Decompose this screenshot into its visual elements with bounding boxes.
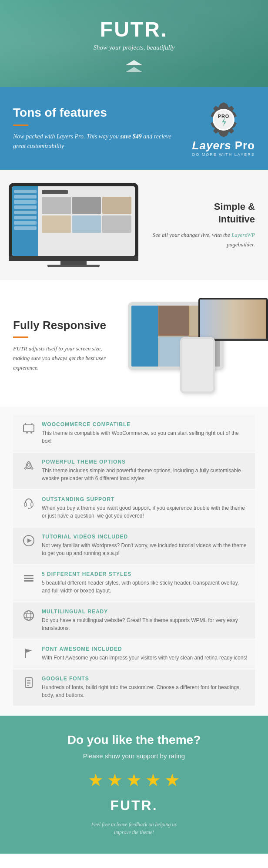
feature-title-support: OUTSTANDING SUPPORT [42, 496, 248, 502]
laptop-foot [47, 265, 100, 267]
stars-row: ★ ★ ★ ★ ★ [13, 770, 255, 791]
feature-title-font-awesome: FONT AWESOME INCLUDED [42, 646, 248, 652]
play-icon-wrap [20, 534, 37, 548]
layers-pro-title: Layers Pro [192, 139, 255, 151]
feature-content-woocommerce: WOOCOMMERCE COMPATIBLE This theme is com… [37, 421, 248, 445]
cart-icon [23, 422, 35, 434]
features-right: PRO Layers Pro DO MORE WITH LAYERS [192, 100, 255, 157]
feature-title-google-fonts: GOOGLE FONTS [42, 676, 248, 682]
laptop-screen [12, 186, 135, 256]
feature-desc-multilingual: Do you have a multilingual website? Grea… [42, 616, 248, 632]
simple-intuitive-desc: See all your changes live, with the Laye… [147, 230, 255, 249]
laptop-frame-2 [198, 298, 268, 341]
responsive-heading: Fully Responsive [13, 319, 106, 332]
globe-icon [23, 609, 35, 622]
features-divider [13, 124, 28, 126]
phone-frame [180, 337, 215, 394]
svg-rect-19 [24, 575, 34, 576]
feature-desc-tutorials: Not very familiar with Wordpress? Don't … [42, 542, 248, 557]
svg-text:PRO: PRO [218, 114, 229, 119]
responsive-divider [13, 336, 28, 338]
layerswp-link[interactable]: LayersWP [231, 232, 255, 238]
cta-section: Do you like the theme? Please show your … [0, 716, 268, 854]
features-section: Tons of features Now packed with Layers … [0, 87, 268, 170]
features-description: Now packed with Layers Pro. This way you… [13, 132, 184, 151]
laptop-screen-2 [200, 299, 266, 339]
flag-icon [23, 647, 35, 659]
laptop-frame [9, 183, 138, 256]
feature-content-font-awesome: FONT AWESOME INCLUDED With Font Awesome … [37, 646, 248, 662]
lines-icon [23, 572, 35, 584]
svg-point-13 [27, 464, 30, 466]
feature-desc-font-awesome: With Font Awesome you can impress your v… [42, 654, 248, 662]
laptop-mockup [9, 183, 138, 267]
simple-intuitive-heading: Simple &Intuitive [147, 201, 255, 225]
feature-desc-theme-options: This theme includes simple and powerful … [42, 467, 248, 482]
star-3: ★ [126, 770, 142, 791]
feature-desc-headers: 5 beautiful different header styles, wit… [42, 579, 248, 595]
svg-rect-21 [24, 580, 34, 582]
feature-title-theme-options: POWERFUL THEME OPTIONS [42, 459, 248, 465]
feature-item-tutorials: TUTORIAL VIDEOS INCLUDED Not very famili… [13, 528, 255, 564]
simple-intuitive: Simple &Intuitive See all your changes l… [147, 201, 259, 249]
doc-icon [23, 676, 35, 689]
responsive-left: Fully Responsive FUTR adjusts itself to … [13, 319, 111, 373]
feature-content-support: OUTSTANDING SUPPORT When you buy a theme… [37, 496, 248, 520]
responsive-section: Fully Responsive FUTR adjusts itself to … [0, 285, 268, 407]
layers-pro-gear-icon: PRO [204, 100, 243, 139]
feature-title-multilingual: MULTILINGUAL READY [42, 609, 248, 615]
star-5: ★ [164, 770, 180, 791]
feature-item-support: OUTSTANDING SUPPORT When you buy a theme… [13, 490, 255, 526]
svg-rect-14 [24, 503, 27, 506]
star-1: ★ [88, 770, 104, 791]
star-2: ★ [107, 770, 123, 791]
layers-pro-logo: PRO Layers Pro DO MORE WITH LAYERS [192, 100, 255, 157]
headset-icon-wrap [20, 496, 37, 511]
hero-section: FUTR. Show your projects, beautifully [0, 0, 268, 87]
devices-mockup [119, 298, 259, 394]
feature-title-woocommerce: WOOCOMMERCE COMPATIBLE [42, 421, 248, 427]
feature-desc-woocommerce: This theme is compatible with WooCommerc… [42, 429, 248, 445]
feature-content-theme-options: POWERFUL THEME OPTIONS This theme includ… [37, 459, 248, 482]
laptop-base [9, 256, 138, 261]
feature-item-theme-options: POWERFUL THEME OPTIONS This theme includ… [13, 453, 255, 489]
phone-screen [182, 339, 213, 391]
feature-title-headers: 5 DIFFERENT HEADER STYLES [42, 571, 248, 577]
cta-title: Do you like the theme? [13, 733, 255, 747]
star-4: ★ [145, 770, 161, 791]
cta-brand: FUTR. [13, 797, 255, 814]
feature-desc-support: When you buy a theme you want good suppo… [42, 504, 248, 520]
features-left: Tons of features Now packed with Layers … [13, 105, 192, 151]
laptop-content [38, 186, 135, 256]
lines-icon-wrap [20, 571, 37, 586]
svg-rect-15 [31, 503, 33, 506]
hero-subtitle: Show your projects, beautifully [9, 44, 259, 51]
hero-title: FUTR. [9, 17, 259, 41]
cta-note: Feel free to leave feedback on helping u… [13, 821, 255, 836]
doc-icon-wrap [20, 676, 37, 690]
feature-item-font-awesome: FONT AWESOME INCLUDED With Font Awesome … [13, 640, 255, 668]
feature-content-tutorials: TUTORIAL VIDEOS INCLUDED Not very famili… [37, 534, 248, 557]
laptop-stand [60, 261, 87, 265]
layers-tagline: DO MORE WITH LAYERS [192, 152, 255, 157]
svg-marker-18 [27, 538, 32, 543]
feature-desc-google-fonts: Hundreds of fonts, build right into the … [42, 683, 248, 699]
feature-item-multilingual: MULTILINGUAL READY Do you have a multili… [13, 602, 255, 639]
responsive-description: FUTR adjusts itself to your screen size,… [13, 344, 106, 373]
svg-point-11 [26, 432, 28, 434]
woocommerce-icon-wrap [20, 421, 37, 436]
flag-icon-wrap [20, 646, 37, 661]
layers-icon [125, 60, 143, 72]
play-icon [23, 535, 35, 547]
svg-marker-1 [125, 67, 143, 72]
svg-rect-20 [24, 578, 34, 579]
feature-list-section: WOOCOMMERCE COMPATIBLE This theme is com… [0, 407, 268, 716]
hero-chevron [9, 60, 259, 74]
feature-title-tutorials: TUTORIAL VIDEOS INCLUDED [42, 534, 248, 540]
svg-point-12 [30, 432, 32, 434]
svg-marker-0 [125, 60, 143, 65]
svg-rect-8 [23, 425, 34, 432]
feature-content-headers: 5 DIFFERENT HEADER STYLES 5 beautiful di… [37, 571, 248, 595]
headset-icon [23, 497, 35, 509]
feature-content-google-fonts: GOOGLE FONTS Hundreds of fonts, build ri… [37, 676, 248, 699]
